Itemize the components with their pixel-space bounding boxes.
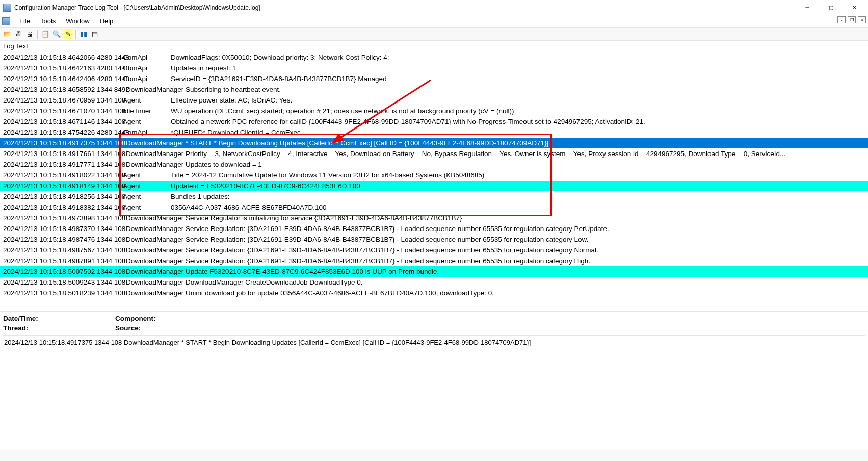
printer-icon[interactable]: 🖨: [24, 29, 35, 39]
cell-timestamp: 2024/12/13 10:15:18.4918149 1344 108: [3, 181, 123, 191]
highlight-icon[interactable]: ✎: [63, 29, 73, 39]
maximize-button[interactable]: ▢: [819, 0, 843, 15]
menu-tools[interactable]: Tools: [35, 16, 61, 26]
toolbar: 📂 🖶 🖨 📋 🔍 ✎ ▮▮ ▤: [0, 28, 868, 41]
mdi-close[interactable]: ×: [858, 16, 866, 23]
log-row[interactable]: 2024/12/13 10:15:18.4987891 1344 108Down…: [0, 255, 868, 266]
cell-timestamp: 2024/12/13 10:15:18.4754226 4280 1448: [3, 127, 123, 138]
cell-message: 0356A44C-A037-4686-ACFE-8E67BFD40A7D.100: [167, 202, 868, 213]
cell-timestamp: 2024/12/13 10:15:18.5009243 1344 108: [3, 277, 123, 288]
details-icon[interactable]: ▤: [90, 29, 100, 39]
menu-window[interactable]: Window: [61, 16, 94, 26]
cell-message: DownloadFlags: 0X50010; Download priorit…: [167, 52, 868, 63]
column-header[interactable]: Log Text: [0, 41, 868, 52]
log-row[interactable]: 2024/12/13 10:15:18.4918382 1344 108Agen…: [0, 202, 868, 213]
cell-message: WU operation (DL.CcmExec) started; opera…: [167, 106, 868, 116]
log-row[interactable]: 2024/12/13 10:15:18.5007502 1344 108Down…: [0, 266, 868, 277]
cell-message: DownloadManager Updates to download = 1: [123, 159, 868, 170]
log-row[interactable]: 2024/12/13 10:15:18.4918022 1344 108Agen…: [0, 170, 868, 181]
cell-message: DownloadManager Update F5320210-8C7E-43E…: [123, 266, 868, 277]
cell-message: DownloadManager * START * Begin Download…: [123, 138, 868, 148]
log-row[interactable]: 2024/12/13 10:15:18.4642406 4280 1448Com…: [0, 73, 868, 84]
print-icon[interactable]: 🖶: [13, 29, 23, 39]
cell-message: DownloadManager Service Regulation: {3DA…: [123, 255, 868, 266]
title-bar: Configuration Manager Trace Log Tool - […: [0, 0, 868, 15]
log-row[interactable]: 2024/12/13 10:15:18.4642066 4280 1448Com…: [0, 52, 868, 63]
cell-timestamp: 2024/12/13 10:15:18.4670959 1344 108: [3, 95, 123, 106]
separator: [75, 30, 76, 39]
cell-component: Agent: [123, 181, 167, 191]
cell-timestamp: 2024/12/13 10:15:18.4987370 1344 108: [3, 223, 123, 234]
log-row[interactable]: 2024/12/13 10:15:18.4917375 1344 108Down…: [0, 138, 868, 148]
cell-component: Agent: [123, 202, 167, 213]
mdi-minimize[interactable]: -: [837, 16, 846, 23]
log-row[interactable]: 2024/12/13 10:15:18.4642163 4280 1448Com…: [0, 63, 868, 73]
mdi-restore[interactable]: ❐: [848, 16, 856, 23]
cell-timestamp: 2024/12/13 10:15:18.4671070 1344 108: [3, 106, 123, 116]
cell-component: Agent: [123, 116, 167, 127]
detail-text[interactable]: 2024/12/13 10:15:18.4917375 1344 108 Dow…: [3, 335, 865, 391]
cell-timestamp: 2024/12/13 10:15:18.4987476 1344 108: [3, 234, 123, 245]
log-row[interactable]: 2024/12/13 10:15:18.4918256 1344 108Agen…: [0, 191, 868, 202]
cell-component: ComApi: [123, 63, 167, 73]
log-row[interactable]: 2024/12/13 10:15:18.4918149 1344 108Agen…: [0, 181, 868, 191]
menu-bar: File Tools Window Help - ❐ ×: [0, 15, 868, 28]
mdi-controls: - ❐ ×: [837, 16, 866, 23]
log-row[interactable]: 2024/12/13 10:15:18.4987476 1344 108Down…: [0, 234, 868, 245]
cell-message: Effective power state: AC; IsOnAC: Yes.: [167, 95, 868, 106]
cell-component: Agent: [123, 95, 167, 106]
find-icon[interactable]: 🔍: [51, 29, 62, 39]
app-icon: [3, 4, 11, 12]
log-list[interactable]: 2024/12/13 10:15:18.4642066 4280 1448Com…: [0, 52, 868, 311]
header-logtext: Log Text: [3, 42, 28, 50]
log-row[interactable]: 2024/12/13 10:15:18.4917771 1344 108Down…: [0, 159, 868, 170]
log-row[interactable]: 2024/12/13 10:15:18.4987370 1344 108Down…: [0, 223, 868, 234]
copy-icon[interactable]: 📋: [40, 29, 50, 39]
minimize-button[interactable]: ─: [796, 0, 819, 15]
cell-message: DownloadManager Service Regulator is ini…: [123, 213, 868, 223]
doc-icon: [2, 17, 10, 25]
cell-timestamp: 2024/12/13 10:15:18.4918022 1344 108: [3, 170, 123, 181]
cell-message: Title = 2024-12 Cumulative Update for Wi…: [167, 170, 868, 181]
menu-file[interactable]: File: [14, 16, 35, 26]
close-button[interactable]: ✕: [843, 0, 866, 15]
log-row[interactable]: 2024/12/13 10:15:18.4671146 1344 108Agen…: [0, 116, 868, 127]
log-row[interactable]: 2024/12/13 10:15:18.4917661 1344 108Down…: [0, 148, 868, 159]
cell-timestamp: 2024/12/13 10:15:18.4671146 1344 108: [3, 116, 123, 127]
cell-message: UpdateId = F5320210-8C7E-43ED-87C9-6C424…: [167, 181, 868, 191]
cell-message: DownloadManager Service Regulation: {3DA…: [123, 223, 868, 234]
cell-component: ComApi: [123, 127, 167, 138]
status-bar: [0, 450, 868, 461]
label-datetime: Date/Time:: [3, 314, 115, 323]
log-row[interactable]: 2024/12/13 10:15:18.4973898 1344 108Down…: [0, 213, 868, 223]
pause-icon[interactable]: ▮▮: [78, 29, 89, 39]
log-row[interactable]: 2024/12/13 10:15:18.4670959 1344 108Agen…: [0, 95, 868, 106]
menu-help[interactable]: Help: [95, 16, 119, 26]
cell-timestamp: 2024/12/13 10:15:18.4917375 1344 108: [3, 138, 123, 148]
label-thread: Thread:: [3, 323, 115, 333]
cell-message: DownloadManager Subscribing to heartbeat…: [123, 84, 868, 95]
cell-message: DownloadManager Priority = 3, NetworkCos…: [123, 148, 868, 159]
detail-pane: Date/Time: Thread: Component: Source: 20…: [0, 311, 868, 393]
log-row[interactable]: 2024/12/13 10:15:18.5018239 1344 108Down…: [0, 288, 868, 298]
cell-timestamp: 2024/12/13 10:15:18.5018239 1344 108: [3, 288, 123, 298]
log-row[interactable]: 2024/12/13 10:15:18.4671070 1344 108Idle…: [0, 106, 868, 116]
log-row[interactable]: 2024/12/13 10:15:18.4754226 4280 1448Com…: [0, 127, 868, 138]
cell-message: DownloadManager Service Regulation: {3DA…: [123, 234, 868, 245]
cell-component: Agent: [123, 170, 167, 181]
cell-timestamp: 2024/12/13 10:15:18.4642163 4280 1448: [3, 63, 123, 73]
cell-component: ComApi: [123, 73, 167, 84]
cell-timestamp: 2024/12/13 10:15:18.4917771 1344 108: [3, 159, 123, 170]
cell-timestamp: 2024/12/13 10:15:18.4918382 1344 108: [3, 202, 123, 213]
cell-message: *QUEUED* Download ClientId = CcmExec: [167, 127, 868, 138]
cell-message: ServiceID = {3DA21691-E39D-4DA6-8A4B-B43…: [167, 73, 868, 84]
log-row[interactable]: 2024/12/13 10:15:18.4658592 1344 8492Dow…: [0, 84, 868, 95]
cell-timestamp: 2024/12/13 10:15:18.4917661 1344 108: [3, 148, 123, 159]
log-row[interactable]: 2024/12/13 10:15:18.5009243 1344 108Down…: [0, 277, 868, 288]
log-row[interactable]: 2024/12/13 10:15:18.4987567 1344 108Down…: [0, 245, 868, 255]
cell-message: Updates in request: 1: [167, 63, 868, 73]
open-icon[interactable]: 📂: [2, 29, 12, 39]
cell-timestamp: 2024/12/13 10:15:18.4642406 4280 1448: [3, 73, 123, 84]
cell-message: Obtained a network PDC reference for cal…: [167, 116, 868, 127]
cell-timestamp: 2024/12/13 10:15:18.4973898 1344 108: [3, 213, 123, 223]
